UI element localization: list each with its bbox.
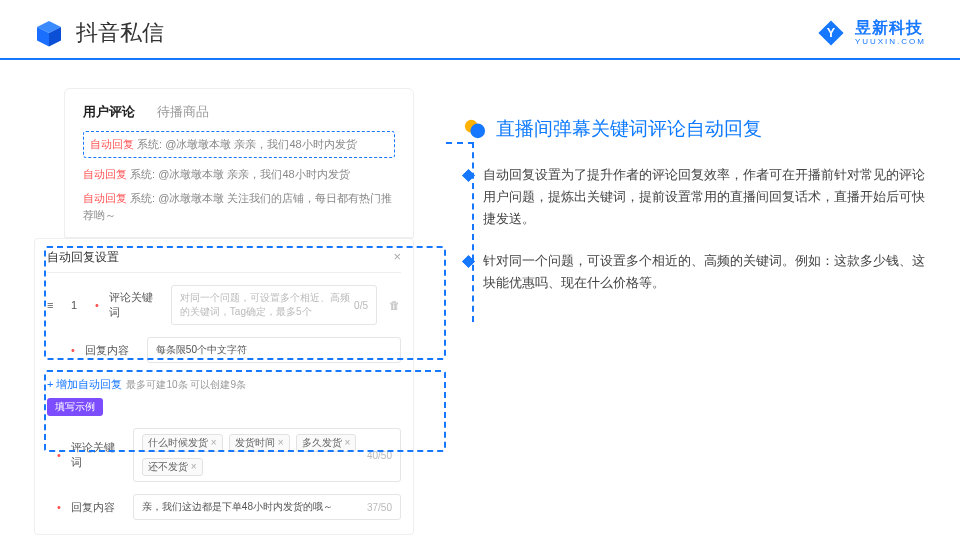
connector-line-icon (446, 142, 474, 322)
example-keyword-row: • 评论关键词 什么时候发货× 发货时间× 多久发货× 还不发货× 40/50 (47, 428, 401, 482)
add-auto-reply-link[interactable]: + 增加自动回复最多可建10条 可以创建9条 (47, 377, 401, 392)
svg-point-6 (470, 124, 485, 139)
tab-pending-products[interactable]: 待播商品 (157, 103, 209, 121)
content-label: 回复内容 (85, 343, 137, 358)
bullet-list: 自动回复设置为了提升作者的评论回复效率，作者可在开播前针对常见的评论用户问题，提… (464, 164, 926, 294)
header-left: 抖音私信 (34, 18, 164, 48)
auto-reply-tag: 自动回复 (83, 168, 127, 180)
reply-text: 系统: @冰墩墩本墩 亲亲，我们48小时内发货 (137, 138, 357, 150)
ex-keyword-counter: 40/50 (367, 450, 392, 461)
required-dot: • (71, 344, 75, 356)
chip[interactable]: 多久发货× (296, 434, 357, 452)
comments-panel: 用户评论 待播商品 自动回复 系统: @冰墩墩本墩 亲亲，我们48小时内发货 自… (64, 88, 414, 238)
reply-text: 系统: @冰墩墩本墩 亲亲，我们48小时内发货 (130, 168, 350, 180)
ex-content-input[interactable]: 亲，我们这边都是下单48小时内发货的哦～ 37/50 (133, 494, 401, 520)
chip[interactable]: 发货时间× (229, 434, 290, 452)
keyword-label: 评论关键词 (109, 290, 161, 320)
auto-reply-settings-panel: 自动回复设置 × ≡ 1 • 评论关键词 对同一个问题，可设置多个相近、高频的关… (34, 238, 414, 535)
required-dot: • (57, 501, 61, 513)
brand: Y 昱新科技 YUUXIN.COM (817, 19, 926, 47)
close-icon[interactable]: × (393, 249, 401, 266)
tab-user-comments[interactable]: 用户评论 (83, 103, 135, 121)
ex-content-label: 回复内容 (71, 500, 123, 515)
row-index: 1 (71, 299, 85, 311)
cube-icon (34, 18, 64, 48)
page-title: 抖音私信 (76, 18, 164, 48)
brand-name-cn: 昱新科技 (855, 20, 926, 36)
required-dot: • (57, 449, 61, 461)
chip-remove-icon[interactable]: × (211, 437, 217, 448)
list-item: 针对同一个问题，可设置多个相近的、高频的关键词。例如：这款多少钱、这块能优惠吗、… (464, 250, 926, 294)
tabs: 用户评论 待播商品 (83, 103, 395, 121)
example-content-row: • 回复内容 亲，我们这边都是下单48小时内发货的哦～ 37/50 (47, 494, 401, 520)
header: 抖音私信 Y 昱新科技 YUUXIN.COM (0, 0, 960, 58)
reply-text: 系统: @冰墩墩本墩 关注我们的店铺，每日都有热门推荐哟～ (83, 192, 392, 221)
add-hint: 最多可建10条 可以创建9条 (126, 379, 245, 390)
trash-icon[interactable]: 🗑 (387, 299, 401, 311)
row-handle-icon[interactable]: ≡ (47, 299, 61, 311)
content-placeholder: 每条限50个中文字符 (156, 343, 247, 357)
chip-remove-icon[interactable]: × (191, 461, 197, 472)
keyword-row: ≡ 1 • 评论关键词 对同一个问题，可设置多个相近、高频的关键词，Tag确定，… (47, 285, 401, 325)
section-title: 直播间弹幕关键词评论自动回复 (464, 116, 926, 142)
required-dot: • (95, 299, 99, 311)
ex-content-value: 亲，我们这边都是下单48小时内发货的哦～ (142, 500, 333, 514)
reply-row: 自动回复 系统: @冰墩墩本墩 亲亲，我们48小时内发货 (83, 166, 395, 183)
auto-reply-tag: 自动回复 (90, 138, 134, 150)
content: 用户评论 待播商品 自动回复 系统: @冰墩墩本墩 亲亲，我们48小时内发货 自… (0, 60, 960, 535)
chip[interactable]: 什么时候发货× (142, 434, 223, 452)
chip[interactable]: 还不发货× (142, 458, 203, 476)
reply-row: 自动回复 系统: @冰墩墩本墩 亲亲，我们48小时内发货 (83, 131, 395, 158)
chat-bubble-icon (464, 118, 486, 140)
list-item: 自动回复设置为了提升作者的评论回复效率，作者可在开播前针对常见的评论用户问题，提… (464, 164, 926, 230)
keyword-input[interactable]: 对同一个问题，可设置多个相近、高频的关键词，Tag确定，最多5个 0/5 (171, 285, 377, 325)
keyword-counter: 0/5 (354, 300, 368, 311)
keyword-placeholder: 对同一个问题，可设置多个相近、高频的关键词，Tag确定，最多5个 (180, 291, 354, 319)
right-column: 直播间弹幕关键词评论自动回复 自动回复设置为了提升作者的评论回复效率，作者可在开… (464, 88, 926, 535)
auto-reply-tag: 自动回复 (83, 192, 127, 204)
chip-remove-icon[interactable]: × (345, 437, 351, 448)
brand-name-en: YUUXIN.COM (855, 38, 926, 46)
reply-row: 自动回复 系统: @冰墩墩本墩 关注我们的店铺，每日都有热门推荐哟～ (83, 190, 395, 223)
svg-text:Y: Y (827, 26, 836, 40)
left-column: 用户评论 待播商品 自动回复 系统: @冰墩墩本墩 亲亲，我们48小时内发货 自… (34, 88, 414, 535)
panel-title: 自动回复设置 (47, 249, 119, 266)
content-row: • 回复内容 每条限50个中文字符 (47, 337, 401, 363)
content-input[interactable]: 每条限50个中文字符 (147, 337, 401, 363)
example-badge: 填写示例 (47, 398, 103, 416)
ex-keyword-input[interactable]: 什么时候发货× 发货时间× 多久发货× 还不发货× 40/50 (133, 428, 401, 482)
chip-remove-icon[interactable]: × (278, 437, 284, 448)
brand-icon: Y (817, 19, 845, 47)
ex-keyword-label: 评论关键词 (71, 440, 123, 470)
ex-content-counter: 37/50 (367, 502, 392, 513)
